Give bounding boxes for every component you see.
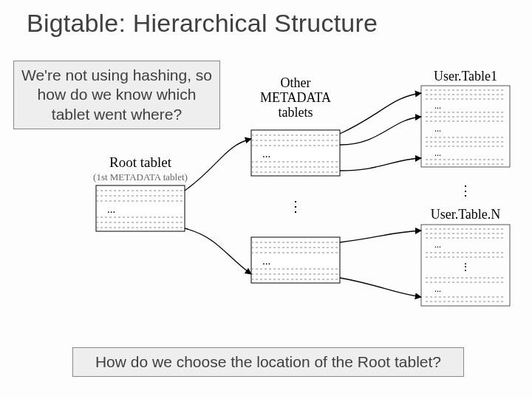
user-table-top-label: User.Table1: [434, 71, 497, 83]
vdots-icon: ⋮: [288, 198, 303, 214]
question-callout-bottom: How do we choose the location of the Roo…: [72, 347, 464, 377]
svg-text:...: ...: [434, 239, 441, 250]
arrow: [185, 139, 251, 191]
ellipsis-text: ...: [107, 203, 115, 215]
metadata-label-1: Other: [281, 75, 311, 90]
page-title: Bigtable: Hierarchical Structure: [27, 9, 378, 38]
root-tablet-label: Root tablet: [109, 154, 172, 170]
callout-text: How do we choose the location of the Roo…: [95, 353, 441, 370]
metadata-label-group: Other METADATA tablets: [260, 75, 331, 120]
slide: Bigtable: Hierarchical Structure We're n…: [0, 0, 532, 399]
svg-text:...: ...: [434, 148, 441, 158]
arrow: [340, 278, 421, 297]
svg-text:...: ...: [434, 100, 441, 111]
metadata-label-3: tablets: [279, 105, 313, 120]
svg-text:...: ...: [434, 284, 441, 294]
root-tablet-sublabel: (1st METADATA tablet): [93, 171, 188, 183]
arrow: [340, 158, 421, 171]
hierarchy-diagram: Root tablet (1st METADATA tablet) ... Ot…: [89, 71, 525, 344]
ellipsis-text: ...: [262, 148, 270, 160]
arrow: [340, 117, 421, 145]
metadata-tablet-top: ...: [251, 130, 340, 176]
user-table-bottom-label: User.Table.N: [431, 207, 501, 222]
svg-text:...: ...: [434, 123, 441, 134]
user-table-bottom-group: ... ⋮ ...: [421, 225, 510, 306]
root-tablet-group: Root tablet (1st METADATA tablet) ...: [93, 154, 188, 231]
arrow: [340, 93, 421, 134]
arrow: [185, 228, 251, 274]
user-table-top-group: ... ... ...: [421, 86, 510, 167]
svg-text:⋮: ⋮: [460, 261, 471, 273]
arrow: [340, 231, 421, 242]
ellipsis-text: ...: [262, 255, 270, 267]
metadata-tablet-bottom: ...: [251, 237, 340, 283]
vdots-icon: ⋮: [459, 183, 472, 198]
metadata-label-2: METADATA: [260, 90, 331, 105]
